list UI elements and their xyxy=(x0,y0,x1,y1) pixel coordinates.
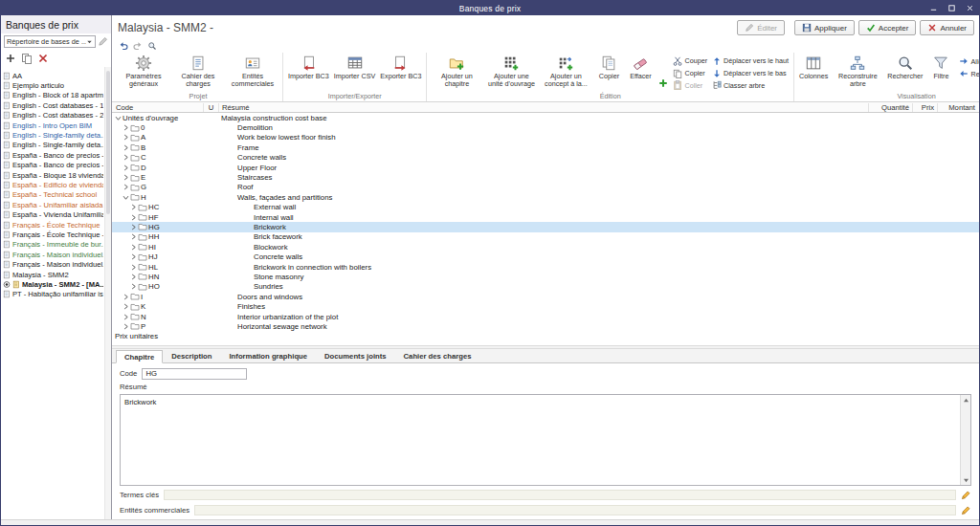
sidebar-item[interactable]: PT - Habitação unifamiliar is... xyxy=(2,290,103,299)
copy-database-button[interactable] xyxy=(21,53,33,64)
couper-button[interactable]: Couper xyxy=(671,55,709,67)
importer-bc3-button[interactable]: Importer BC3 xyxy=(286,53,331,80)
chevron-right-icon[interactable] xyxy=(130,224,137,230)
close-button[interactable] xyxy=(961,1,979,15)
resume-field-text[interactable]: Brickwork xyxy=(122,396,958,484)
deplacer-haut-button[interactable]: Déplacer vers le haut xyxy=(710,55,791,67)
sidebar-item[interactable]: Français - Immeuble de bur... xyxy=(2,240,103,250)
tree-row[interactable]: NInterior urbanization of the plot xyxy=(112,312,979,321)
edit-entities-button[interactable] xyxy=(961,505,971,515)
sidebar-item[interactable]: España - Unifamiliar aislada xyxy=(2,200,103,209)
chevron-right-icon[interactable] xyxy=(122,134,129,141)
accept-button[interactable]: Accepter xyxy=(858,20,917,35)
chevron-down-icon[interactable] xyxy=(122,194,129,201)
sidebar-item[interactable]: Français - École Technique - 1 xyxy=(2,230,103,239)
chevron-right-icon[interactable] xyxy=(130,233,137,240)
resume-scrollbar[interactable] xyxy=(960,395,970,485)
entities-field[interactable] xyxy=(194,505,956,515)
colonnes-button[interactable]: Colonnes xyxy=(797,53,830,80)
sidebar-item[interactable]: Malaysia - SMM2 xyxy=(2,270,103,279)
scroll-down-button[interactable] xyxy=(961,475,970,485)
keywords-field[interactable] xyxy=(164,490,956,500)
chevron-right-icon[interactable] xyxy=(122,174,129,181)
chevron-right-icon[interactable] xyxy=(122,164,129,171)
edit-button[interactable]: Éditer xyxy=(737,20,785,35)
tree-row[interactable]: IDoors and windows xyxy=(112,292,979,301)
exporter-bc3-button[interactable]: Exporter BC3 xyxy=(378,53,423,80)
quick-search-button[interactable] xyxy=(147,41,157,51)
delete-database-button[interactable] xyxy=(37,53,49,64)
chevron-down-icon[interactable] xyxy=(115,115,122,121)
tree-row[interactable]: Prix unitaires xyxy=(112,332,979,341)
ajouter-unite-ouvrage-button[interactable]: Ajouter une unité d'ouvrage xyxy=(484,53,538,88)
sidebar-scrollbar-thumb[interactable] xyxy=(106,71,110,214)
sidebar-item[interactable]: España - Technical school xyxy=(2,190,103,200)
tree-row[interactable]: DUpper Floor xyxy=(112,163,979,172)
chevron-right-icon[interactable] xyxy=(122,314,129,320)
directory-combo[interactable]: Répertoire de bases de ... xyxy=(4,35,96,48)
redo-button[interactable] xyxy=(133,41,143,51)
tree-row[interactable]: HFInternal wall xyxy=(112,212,979,222)
parametres-generaux-button[interactable]: Paramètres généraux xyxy=(117,53,170,88)
sidebar-item[interactable]: Français - Maison individuel... xyxy=(2,250,103,259)
tab-description[interactable]: Description xyxy=(163,349,220,362)
tree-row[interactable]: KFinishes xyxy=(112,301,979,311)
sidebar-item[interactable]: Malaysia - SMM2 - [MA... xyxy=(2,279,103,289)
tree-row[interactable]: HHBrick facework xyxy=(112,232,979,242)
edit-directory-button[interactable] xyxy=(98,36,108,47)
ajouter-concept-button[interactable]: Ajouter un concept à la... xyxy=(539,53,592,88)
tree-row[interactable]: 0Demolition xyxy=(112,122,979,132)
sidebar-item[interactable]: España - Bloque 18 viviendas xyxy=(2,170,103,180)
edit-keywords-button[interactable] xyxy=(961,490,971,500)
chevron-right-icon[interactable] xyxy=(130,214,137,221)
tab-information-graphique[interactable]: Information graphique xyxy=(220,349,316,362)
chevron-right-icon[interactable] xyxy=(130,274,137,280)
chevron-right-icon[interactable] xyxy=(122,124,129,131)
chevron-right-icon[interactable] xyxy=(130,244,137,251)
tree-row[interactable]: GRoof xyxy=(112,183,979,192)
sidebar-item[interactable]: English - Intro Open BIM xyxy=(2,121,103,130)
tree-row[interactable]: HCExternal wall xyxy=(112,203,979,212)
entites-commerciales-button[interactable]: Entités commerciales xyxy=(226,53,279,88)
cahier-des-charges-button[interactable]: Cahier des charges xyxy=(171,53,225,88)
reconstruire-arbre-button[interactable]: Reconstruire arbre xyxy=(831,53,884,88)
copier-petit-button[interactable]: Copier xyxy=(671,68,709,79)
tree-row[interactable]: HGBrickwork xyxy=(112,222,979,231)
tree-row[interactable]: HNStone masonry xyxy=(112,272,979,281)
chevron-right-icon[interactable] xyxy=(130,283,137,290)
tab-chapitre[interactable]: Chapitre xyxy=(116,350,163,363)
deplacer-bas-button[interactable]: Déplacer vers le bas xyxy=(710,68,791,79)
chevron-right-icon[interactable] xyxy=(130,204,137,210)
sidebar-item[interactable]: English - Single-family deta... xyxy=(2,130,103,140)
add-database-button[interactable] xyxy=(5,53,16,64)
copier-button[interactable]: Copier xyxy=(593,53,624,80)
sidebar-scrollbar[interactable] xyxy=(104,67,111,519)
tree-row[interactable]: HOSundries xyxy=(112,282,979,292)
tree-row[interactable]: Unités d'ouvrageMalaysia construction co… xyxy=(112,113,979,122)
undo-button[interactable] xyxy=(119,41,128,51)
aller-definition-button[interactable]: Aller à la définition xyxy=(957,55,979,67)
chevron-right-icon[interactable] xyxy=(122,323,129,330)
sidebar-item[interactable]: English - Block of 18 apartm... xyxy=(2,91,103,100)
sidebar-item[interactable]: España - Banco de precios - 1 xyxy=(2,150,103,160)
rechercher-button[interactable]: Rechercher xyxy=(885,53,924,80)
filtre-button[interactable]: Filtre xyxy=(925,53,956,80)
coller-button[interactable]: Coller xyxy=(671,79,709,91)
resume-field[interactable]: Brickwork xyxy=(120,394,971,486)
ajouter-chapitre-button[interactable]: Ajouter un chapitre xyxy=(430,53,483,88)
chevron-right-icon[interactable] xyxy=(122,294,129,300)
tree-row[interactable]: BFrame xyxy=(112,142,979,152)
sidebar-item[interactable]: Ejemplo articulo xyxy=(2,80,103,90)
tab-documents-joints[interactable]: Documents joints xyxy=(316,349,395,362)
sidebar-item[interactable]: España - Vivienda Unifamilia... xyxy=(2,209,103,219)
maximize-button[interactable] xyxy=(943,1,961,15)
chevron-right-icon[interactable] xyxy=(122,144,129,151)
chevron-right-icon[interactable] xyxy=(122,184,129,190)
tree-row[interactable]: HLBrickwork in connection with boilers xyxy=(112,262,979,272)
importer-csv-button[interactable]: Importer CSV xyxy=(332,53,378,80)
sidebar-item[interactable]: Français - Maison individuel... xyxy=(2,259,103,269)
code-field[interactable]: HG xyxy=(142,368,247,380)
cancel-button[interactable]: Annuler xyxy=(920,20,974,35)
chevron-right-icon[interactable] xyxy=(122,303,129,310)
chevron-right-icon[interactable] xyxy=(130,253,137,260)
